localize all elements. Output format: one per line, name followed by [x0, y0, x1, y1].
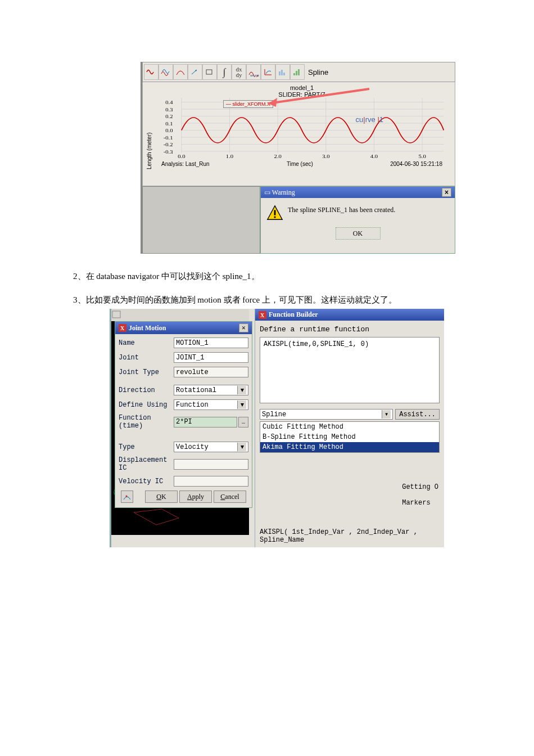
- curve-icon-button[interactable]: [121, 490, 133, 503]
- plot-toolbar: ∫ dxdy SPLINE Spline: [142, 62, 455, 82]
- dialog-screenshot: X Joint Motion × NameMOTION_1 JointJOINT…: [110, 309, 444, 547]
- chevron-down-icon[interactable]: ▾: [237, 386, 246, 394]
- cancel-button[interactable]: Cancel: [214, 490, 246, 503]
- dialog-icon: X: [259, 311, 266, 319]
- svg-text:-0.2: -0.2: [164, 142, 173, 147]
- assist-button[interactable]: Assist...: [395, 409, 440, 420]
- plot-legend: — slider_XFORM.X: [223, 100, 273, 108]
- joint-type-field: revolute: [174, 367, 248, 377]
- direction-label: Direction: [119, 386, 174, 394]
- curve-annotation: cu|rve |1: [356, 115, 383, 124]
- tool-bar-icon[interactable]: [290, 64, 305, 80]
- paragraph-3: 3、比如要成为时间的函数施加到 motion 或者 force 上，可见下图。这…: [73, 293, 461, 307]
- browse-button[interactable]: …: [238, 417, 248, 428]
- displacement-ic-label: Displacement IC: [119, 456, 174, 472]
- displacement-ic-field: [174, 459, 248, 470]
- warning-icon: [266, 205, 283, 222]
- function-time-field[interactable]: 2*PI: [174, 417, 237, 428]
- side-labels: Getting O Markers: [402, 483, 438, 515]
- window-corner-icon: [111, 310, 124, 320]
- category-select[interactable]: Spline▾: [260, 409, 393, 420]
- svg-text:X: X: [260, 312, 265, 318]
- close-button[interactable]: ×: [442, 188, 451, 197]
- plot-area: Length (meter) model_1 SLIDER: PART/7 — …: [142, 82, 455, 186]
- svg-rect-5: [281, 70, 283, 75]
- joint-type-label: Joint Type: [119, 368, 174, 376]
- svg-text:X: X: [120, 325, 125, 331]
- tool-curve-icon[interactable]: [173, 64, 188, 80]
- name-field[interactable]: MOTION_1: [174, 338, 248, 348]
- svg-rect-7: [293, 73, 295, 75]
- plot-timestamp: 2004-06-30 15:21:18: [390, 161, 442, 167]
- svg-point-51: [126, 496, 128, 497]
- function-builder-title: Function Builder: [269, 310, 318, 319]
- tool-axis-icon[interactable]: [261, 64, 275, 80]
- tool-histogram-icon[interactable]: [275, 64, 290, 80]
- define-using-select[interactable]: Function▾: [174, 399, 248, 410]
- paragraph-2: 2、在 database navigator 中可以找到这个 spline_1。: [73, 269, 461, 283]
- plot-window: ∫ dxdy SPLINE Spline Length (meter) mode…: [141, 62, 455, 254]
- svg-text:1.0: 1.0: [226, 154, 233, 159]
- chevron-down-icon[interactable]: ▾: [237, 400, 246, 409]
- plot-title-2: SLIDER: PART/7: [156, 91, 448, 98]
- joint-motion-dialog: X Joint Motion × NameMOTION_1 JointJOINT…: [115, 321, 252, 508]
- svg-text:0.0: 0.0: [178, 154, 185, 159]
- ok-button[interactable]: OK: [336, 227, 381, 240]
- warning-message: The spline SPLINE_1 has been created.: [288, 205, 395, 214]
- list-item[interactable]: Cubic Fitting Method: [260, 422, 439, 432]
- chevron-down-icon[interactable]: ▾: [237, 443, 246, 451]
- plot-y-axis-label: Length (meter): [146, 88, 152, 172]
- svg-rect-41: [274, 210, 276, 215]
- svg-rect-8: [296, 71, 297, 75]
- svg-rect-43: [112, 311, 120, 318]
- velocity-ic-label: Velocity IC: [119, 478, 174, 485]
- svg-rect-6: [283, 73, 285, 75]
- ok-button[interactable]: OK: [145, 490, 178, 503]
- svg-text:0.3: 0.3: [165, 107, 173, 112]
- type-select[interactable]: Velocity▾: [174, 442, 248, 452]
- tool-sine-icon[interactable]: [144, 64, 159, 80]
- spline-label: Spline: [308, 68, 328, 76]
- plot-title-1: model_1: [156, 84, 448, 91]
- svg-rect-4: [279, 71, 280, 75]
- velocity-ic-field: [174, 476, 248, 487]
- define-using-label: Define Using: [119, 401, 174, 409]
- svg-text:-0.3: -0.3: [164, 149, 173, 155]
- svg-text:5.0: 5.0: [418, 154, 426, 159]
- tool-integral-icon[interactable]: ∫: [217, 64, 232, 80]
- joint-motion-title: Joint Motion: [129, 324, 166, 332]
- tool-spline-icon[interactable]: SPLINE: [246, 64, 261, 80]
- svg-text:0.0: 0.0: [165, 128, 173, 133]
- type-label: Type: [119, 443, 174, 451]
- tool-derivative-icon[interactable]: dxdy: [232, 64, 246, 80]
- svg-text:2.0: 2.0: [274, 154, 281, 159]
- joint-field[interactable]: JOINT_1: [174, 352, 248, 363]
- svg-text:0.1: 0.1: [165, 121, 173, 127]
- tool-arrow-icon[interactable]: [188, 64, 202, 80]
- tool-rect-icon[interactable]: [202, 64, 217, 80]
- warning-dialog: ▭ Warning × The spline SPLINE_1 has been…: [260, 186, 455, 254]
- gray-panel: [142, 186, 260, 254]
- close-button[interactable]: ×: [239, 323, 248, 332]
- apply-button[interactable]: Apply: [179, 490, 212, 503]
- svg-rect-9: [298, 69, 300, 75]
- chevron-down-icon[interactable]: ▾: [382, 410, 391, 418]
- svg-rect-0: [206, 70, 212, 74]
- tool-wave-icon[interactable]: [159, 64, 173, 80]
- fitting-method-list[interactable]: Cubic Fitting Method B-Spline Fitting Me…: [260, 421, 440, 453]
- svg-text:0.4: 0.4: [165, 100, 173, 105]
- svg-text:3.0: 3.0: [322, 154, 329, 159]
- function-time-label: Function (time): [119, 414, 174, 430]
- plot-x-axis-label: Time (sec): [287, 161, 313, 167]
- fb-subtitle: Define a runtime function: [260, 325, 440, 334]
- joint-label: Joint: [119, 354, 174, 362]
- list-item[interactable]: B-Spline Fitting Method: [260, 432, 439, 442]
- function-signature: AKISPL( 1st_Indep_Var , 2nd_Indep_Var , …: [260, 528, 444, 544]
- list-item-selected[interactable]: Akima Fitting Method: [260, 442, 439, 452]
- svg-rect-42: [274, 217, 276, 218]
- function-code-area[interactable]: AKISPL(time,0,SPLINE_1, 0): [260, 337, 440, 403]
- direction-select[interactable]: Rotational▾: [174, 385, 248, 395]
- dialog-icon: X: [119, 324, 126, 332]
- svg-text:4.0: 4.0: [370, 154, 378, 159]
- plot-curve: 0.4 0.3 0.2 0.1 0.0 -0.1 -0.2 -0.3 0.0 1…: [156, 98, 448, 160]
